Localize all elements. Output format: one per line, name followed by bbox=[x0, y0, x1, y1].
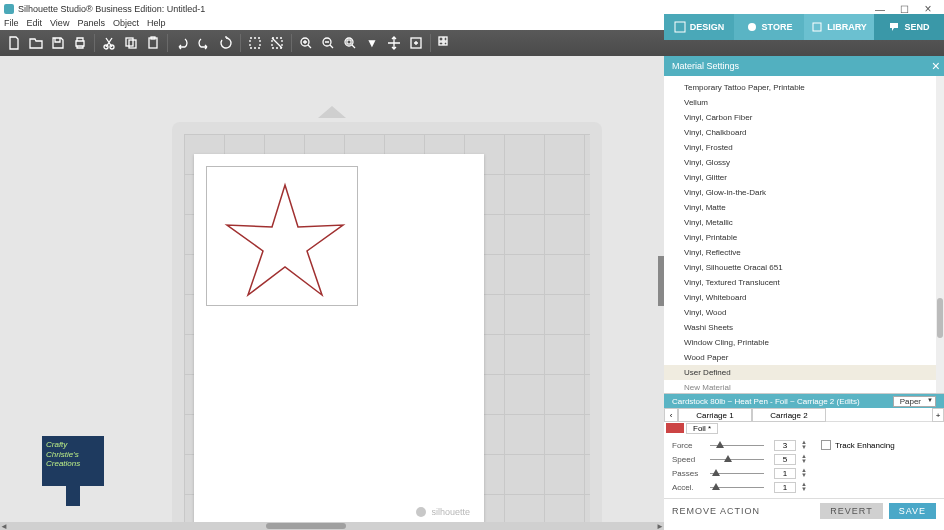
material-item[interactable]: Window Cling, Printable bbox=[664, 335, 944, 350]
passes-label: Passes bbox=[672, 469, 706, 478]
copy-icon[interactable] bbox=[121, 33, 141, 53]
zoom-in-icon[interactable] bbox=[296, 33, 316, 53]
speed-label: Speed bbox=[672, 455, 706, 464]
panel-close-icon[interactable]: × bbox=[932, 58, 940, 74]
svg-rect-0 bbox=[675, 22, 685, 32]
save-button[interactable]: SAVE bbox=[889, 503, 936, 519]
tab-store[interactable]: STORE bbox=[734, 14, 804, 40]
material-item[interactable]: Vinyl, Reflective bbox=[664, 245, 944, 260]
speed-slider[interactable] bbox=[710, 459, 764, 460]
svg-rect-9 bbox=[250, 38, 260, 48]
cut-icon[interactable] bbox=[99, 33, 119, 53]
fit-page-icon[interactable] bbox=[406, 33, 426, 53]
tab-library[interactable]: LIBRARY bbox=[804, 14, 874, 40]
scrollbar-thumb[interactable] bbox=[266, 523, 346, 529]
force-slider[interactable] bbox=[710, 445, 764, 446]
passes-slider[interactable] bbox=[710, 473, 764, 474]
feed-arrow-icon bbox=[318, 106, 346, 118]
material-item[interactable]: Vinyl, Whiteboard bbox=[664, 290, 944, 305]
passes-value[interactable]: 1 bbox=[774, 468, 796, 479]
foil-color-swatch[interactable] bbox=[666, 423, 684, 433]
selection-box[interactable] bbox=[206, 166, 358, 306]
material-item[interactable]: Vellum bbox=[664, 95, 944, 110]
svg-point-13 bbox=[345, 38, 353, 46]
menu-panels[interactable]: Panels bbox=[77, 18, 105, 30]
scroll-left-icon[interactable]: ◄ bbox=[0, 522, 8, 530]
undo-icon[interactable] bbox=[172, 33, 192, 53]
new-file-icon[interactable] bbox=[4, 33, 24, 53]
open-folder-icon[interactable] bbox=[26, 33, 46, 53]
force-value[interactable]: 3 bbox=[774, 440, 796, 451]
star-shape[interactable] bbox=[221, 181, 349, 305]
material-item[interactable]: Wood Paper bbox=[664, 350, 944, 365]
deselect-icon[interactable] bbox=[267, 33, 287, 53]
material-item[interactable]: Vinyl, Glitter bbox=[664, 170, 944, 185]
material-item[interactable]: Temporary Tattoo Paper, Printable bbox=[664, 80, 944, 95]
carriage-prev-button[interactable]: ‹ bbox=[664, 408, 678, 422]
accel-slider[interactable] bbox=[710, 487, 764, 488]
material-item[interactable]: Vinyl, Chalkboard bbox=[664, 125, 944, 140]
menu-help[interactable]: Help bbox=[147, 18, 166, 30]
menu-view[interactable]: View bbox=[50, 18, 69, 30]
redo-icon[interactable] bbox=[194, 33, 214, 53]
scroll-right-icon[interactable]: ► bbox=[656, 522, 664, 530]
carriage-add-button[interactable]: + bbox=[932, 408, 944, 422]
svg-rect-16 bbox=[439, 37, 443, 41]
paste-icon[interactable] bbox=[143, 33, 163, 53]
material-list[interactable]: Temporary Tattoo Paper, PrintableVellumV… bbox=[664, 76, 944, 394]
svg-point-1 bbox=[748, 23, 756, 31]
accel-value[interactable]: 1 bbox=[774, 482, 796, 493]
refresh-icon[interactable] bbox=[216, 33, 236, 53]
window-title: Silhouette Studio® Business Edition: Unt… bbox=[18, 4, 205, 14]
revert-button[interactable]: REVERT bbox=[820, 503, 882, 519]
carriage-2-tab[interactable]: Carriage 2 bbox=[752, 408, 826, 422]
material-item[interactable]: Vinyl, Textured Translucent bbox=[664, 275, 944, 290]
zoom-out-icon[interactable] bbox=[318, 33, 338, 53]
material-item-new-material[interactable]: New Material bbox=[664, 380, 944, 394]
material-item[interactable]: Vinyl, Printable bbox=[664, 230, 944, 245]
speed-stepper[interactable]: ▲▼ bbox=[801, 454, 807, 464]
save-icon[interactable] bbox=[48, 33, 68, 53]
material-item[interactable]: Vinyl, Metallic bbox=[664, 215, 944, 230]
tab-design[interactable]: DESIGN bbox=[664, 14, 734, 40]
track-enhancing-checkbox[interactable] bbox=[821, 440, 831, 450]
paper-dropdown[interactable]: Paper bbox=[893, 396, 936, 407]
menu-file[interactable]: File bbox=[4, 18, 19, 30]
accel-stepper[interactable]: ▲▼ bbox=[801, 482, 807, 492]
force-stepper[interactable]: ▲▼ bbox=[801, 440, 807, 450]
grid-icon[interactable] bbox=[435, 33, 455, 53]
material-item[interactable]: Vinyl, Matte bbox=[664, 200, 944, 215]
material-item[interactable]: Vinyl, Silhouette Oracal 651 bbox=[664, 260, 944, 275]
horizontal-scrollbar[interactable]: ◄ ► bbox=[0, 522, 664, 530]
material-item[interactable]: Vinyl, Wood bbox=[664, 305, 944, 320]
canvas-area[interactable]: silhouette Crafty Christie's Creations ◄… bbox=[0, 56, 664, 530]
menu-edit[interactable]: Edit bbox=[27, 18, 43, 30]
panel-header: Material Settings × bbox=[664, 56, 944, 76]
material-item[interactable]: Vinyl, Glossy bbox=[664, 155, 944, 170]
svg-rect-19 bbox=[444, 42, 447, 45]
svg-point-20 bbox=[416, 507, 426, 517]
speed-value[interactable]: 5 bbox=[774, 454, 796, 465]
menu-object[interactable]: Object bbox=[113, 18, 139, 30]
material-item-user-defined[interactable]: User Defined bbox=[664, 365, 944, 380]
material-item[interactable]: Vinyl, Frosted bbox=[664, 140, 944, 155]
print-icon[interactable] bbox=[70, 33, 90, 53]
artboard[interactable] bbox=[194, 154, 484, 524]
select-all-icon[interactable] bbox=[245, 33, 265, 53]
passes-stepper[interactable]: ▲▼ bbox=[801, 468, 807, 478]
material-item[interactable]: Washi Sheets bbox=[664, 320, 944, 335]
material-item[interactable]: Vinyl, Carbon Fiber bbox=[664, 110, 944, 125]
pan-icon[interactable] bbox=[384, 33, 404, 53]
section-header: Cardstock 80lb ~ Heat Pen - Foil ~ Carri… bbox=[664, 394, 944, 408]
track-enhancing-label: Track Enhancing bbox=[835, 441, 895, 450]
silhouette-logo: silhouette bbox=[415, 506, 470, 518]
foil-label[interactable]: Foil * bbox=[686, 423, 718, 434]
remove-action-button[interactable]: REMOVE ACTION bbox=[672, 506, 760, 516]
carriage-1-tab[interactable]: Carriage 1 bbox=[678, 408, 752, 422]
zoom-dropdown-icon[interactable]: ▼ bbox=[362, 33, 382, 53]
material-item[interactable]: Vinyl, Glow-in-the-Dark bbox=[664, 185, 944, 200]
tab-send[interactable]: SEND bbox=[874, 14, 944, 40]
accel-label: Accel. bbox=[672, 483, 706, 492]
zoom-selection-icon[interactable] bbox=[340, 33, 360, 53]
material-scrollbar[interactable] bbox=[936, 76, 944, 393]
